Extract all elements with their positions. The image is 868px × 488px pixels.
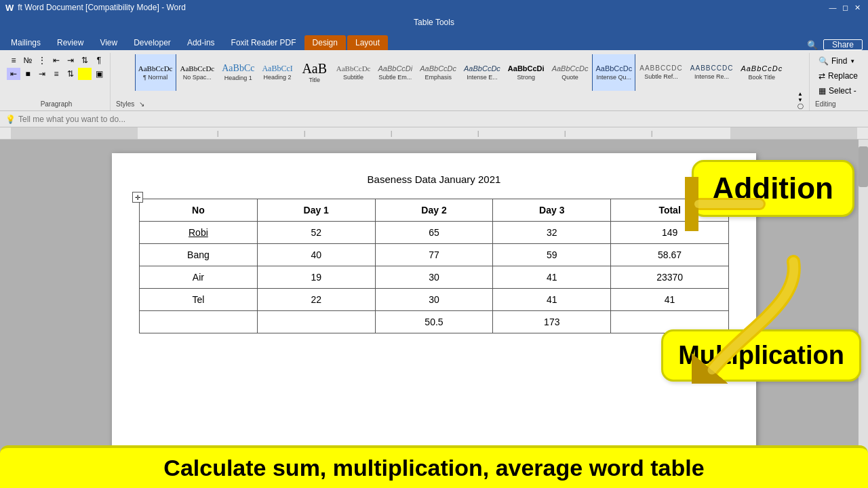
sort-btn[interactable]: ⇅ bbox=[78, 54, 92, 66]
cell-air-d2[interactable]: 30 bbox=[375, 266, 493, 289]
list-bullets-btn[interactable]: ≡ bbox=[7, 54, 20, 66]
replace-button[interactable]: ⇄ Replace bbox=[815, 69, 861, 83]
list-multi-btn[interactable]: ⋮ bbox=[35, 54, 49, 66]
style-strong-btn[interactable]: AaBbCcDi Strong bbox=[505, 54, 548, 91]
style-intense-e-btn[interactable]: AaBbCcDc Intense E... bbox=[460, 54, 504, 91]
style-title-btn[interactable]: AaB Title bbox=[297, 54, 332, 91]
cell-sum-total[interactable] bbox=[611, 311, 729, 333]
cell-air-total[interactable]: 23370 bbox=[611, 266, 729, 289]
style-quote-btn[interactable]: AaBbCcDc Quote bbox=[549, 54, 592, 91]
ribbon-group-styles: AaBbCcDc ¶ Normal AaBbCcDc No Spac... Aa… bbox=[112, 53, 810, 110]
table-move-handle[interactable]: ✛ bbox=[132, 192, 143, 203]
tab-add-ins[interactable]: Add-ins bbox=[179, 35, 223, 50]
cell-bang-d3[interactable]: 59 bbox=[493, 244, 611, 266]
styles-label: Styles ↘ bbox=[116, 100, 144, 109]
editing-label: Editing bbox=[815, 100, 836, 109]
shading-btn[interactable] bbox=[78, 68, 92, 80]
header-day2: Day 2 bbox=[375, 199, 493, 222]
align-right-btn[interactable]: ⇥ bbox=[35, 68, 49, 80]
document: Baseness Data January 2021 ✛ No Day 1 Da… bbox=[112, 153, 756, 479]
cell-bang[interactable]: Bang bbox=[140, 244, 258, 266]
tab-design[interactable]: Design bbox=[304, 35, 346, 50]
paragraph-label: Paragraph bbox=[41, 100, 73, 109]
cell-bang-d2[interactable]: 77 bbox=[375, 244, 493, 266]
replace-icon: ⇄ bbox=[818, 71, 825, 81]
cell-tel-d1[interactable]: 22 bbox=[257, 289, 375, 311]
data-table: No Day 1 Day 2 Day 3 Total Robi 52 65 32… bbox=[139, 199, 729, 333]
close-button[interactable]: ✕ bbox=[852, 2, 863, 13]
cell-robi-d3[interactable]: 32 bbox=[493, 222, 611, 244]
indent-increase-btn[interactable]: ⇥ bbox=[64, 54, 77, 66]
pilcrow-btn[interactable]: ¶ bbox=[92, 54, 106, 66]
cell-tel[interactable]: Tel bbox=[140, 289, 258, 311]
style-book-title-btn[interactable]: AaBbCcDc Book Title bbox=[737, 54, 786, 91]
indent-decrease-btn[interactable]: ⇤ bbox=[50, 54, 63, 66]
header-total: Total bbox=[611, 199, 729, 222]
tab-review[interactable]: Review bbox=[49, 35, 92, 50]
table-row: Robi 52 65 32 149 bbox=[140, 222, 729, 244]
cell-robi[interactable]: Robi bbox=[140, 222, 258, 244]
cell-sum-d2[interactable]: 50.5 bbox=[375, 311, 493, 333]
cell-air-d1[interactable]: 19 bbox=[257, 266, 375, 289]
share-button[interactable]: Share bbox=[823, 39, 863, 50]
table-header-row: No Day 1 Day 2 Day 3 Total bbox=[140, 199, 729, 222]
document-area: Baseness Data January 2021 ✛ No Day 1 Da… bbox=[0, 140, 868, 488]
tell-me-bar: 💡 bbox=[0, 111, 868, 127]
style-subtitle-btn[interactable]: AaBbCcDc Subtitle bbox=[333, 54, 374, 91]
style-emphasis-btn[interactable]: AaBbCcDc Emphasis bbox=[416, 54, 460, 91]
style-heading1-btn[interactable]: AaBbCc Heading 1 bbox=[218, 54, 258, 91]
style-no-spacing-btn[interactable]: AaBbCcDc No Spac... bbox=[177, 54, 218, 91]
title-bar: W ft Word Document [Compatibility Mode] … bbox=[0, 0, 868, 15]
find-icon: 🔍 bbox=[818, 56, 829, 66]
table-tools-bar: Table Tools bbox=[0, 15, 868, 30]
ribbon-tabs: Mailings Review View Developer Add-ins F… bbox=[0, 30, 868, 50]
ribbon-group-paragraph: ≡ № ⋮ ⇤ ⇥ ⇅ ¶ ⇤ ■ ⇥ ≡ ⇅ ▣ Paragraph bbox=[3, 53, 111, 110]
cell-sum-0[interactable] bbox=[140, 311, 258, 333]
table-row: Air 19 30 41 23370 bbox=[140, 266, 729, 289]
cell-tel-d2[interactable]: 30 bbox=[375, 289, 493, 311]
cell-bang-total[interactable]: 58.67 bbox=[611, 244, 729, 266]
restore-button[interactable]: ◻ bbox=[840, 2, 850, 13]
find-button[interactable]: 🔍 Find ▼ bbox=[815, 54, 859, 68]
align-left-btn[interactable]: ⇤ bbox=[7, 68, 20, 80]
scroll-thumb[interactable] bbox=[859, 146, 868, 187]
cell-sum-1[interactable] bbox=[257, 311, 375, 333]
title-bar-controls[interactable]: — ◻ ✕ bbox=[827, 2, 863, 13]
select-button[interactable]: ▦ Select - bbox=[815, 84, 860, 98]
cell-bang-d1[interactable]: 40 bbox=[257, 244, 375, 266]
ribbon-group-editing: 🔍 Find ▼ ⇄ Replace ▦ Select - Editing bbox=[811, 53, 865, 110]
table-row: Tel 22 30 41 41 bbox=[140, 289, 729, 311]
style-normal-btn[interactable]: AaBbCcDc ¶ Normal bbox=[135, 54, 176, 91]
tab-developer[interactable]: Developer bbox=[125, 35, 179, 50]
align-justify-btn[interactable]: ≡ bbox=[50, 68, 63, 80]
style-subtle-em-btn[interactable]: AaBbCcDi Subtle Em... bbox=[374, 54, 416, 91]
cell-sum-d3[interactable]: 173 bbox=[493, 311, 611, 333]
minimize-button[interactable]: — bbox=[827, 2, 838, 13]
style-intense-q-btn[interactable]: AaBbCcDc Intense Qu... bbox=[592, 54, 635, 91]
tab-foxit[interactable]: Foxit Reader PDF bbox=[223, 35, 304, 50]
styles-scroll-arrows[interactable]: ▲ ▼ ◯ bbox=[796, 91, 805, 109]
cell-tel-total[interactable]: 41 bbox=[611, 289, 729, 311]
cell-air[interactable]: Air bbox=[140, 266, 258, 289]
align-center-btn[interactable]: ■ bbox=[21, 68, 35, 80]
tell-me-input[interactable] bbox=[18, 115, 863, 124]
styles-expand-icon[interactable]: ↘ bbox=[139, 100, 144, 108]
style-subtle-ref-btn[interactable]: AABBCCDC Subtle Ref... bbox=[636, 54, 686, 91]
cell-robi-d1[interactable]: 52 bbox=[257, 222, 375, 244]
border-btn[interactable]: ▣ bbox=[92, 68, 106, 80]
style-heading2-btn[interactable]: AaBbCcI Heading 2 bbox=[258, 54, 296, 91]
line-spacing-btn[interactable]: ⇅ bbox=[64, 68, 77, 80]
cell-air-d3[interactable]: 41 bbox=[493, 266, 611, 289]
style-intense-re-btn[interactable]: AABBCCDC Intense Re... bbox=[687, 54, 737, 91]
find-dropdown-icon[interactable]: ▼ bbox=[850, 58, 855, 64]
cell-robi-total[interactable]: 149 bbox=[611, 222, 729, 244]
vertical-scrollbar[interactable] bbox=[859, 140, 868, 488]
tab-layout[interactable]: Layout bbox=[347, 35, 388, 50]
paragraph-row1: ≡ № ⋮ ⇤ ⇥ ⇅ ¶ bbox=[7, 54, 106, 66]
cell-robi-d2[interactable]: 65 bbox=[375, 222, 493, 244]
cell-tel-d3[interactable]: 41 bbox=[493, 289, 611, 311]
list-numbers-btn[interactable]: № bbox=[21, 54, 35, 66]
tab-view[interactable]: View bbox=[92, 35, 125, 50]
tab-mailings[interactable]: Mailings bbox=[3, 35, 49, 50]
table-tools-label: Table Tools bbox=[414, 18, 454, 27]
